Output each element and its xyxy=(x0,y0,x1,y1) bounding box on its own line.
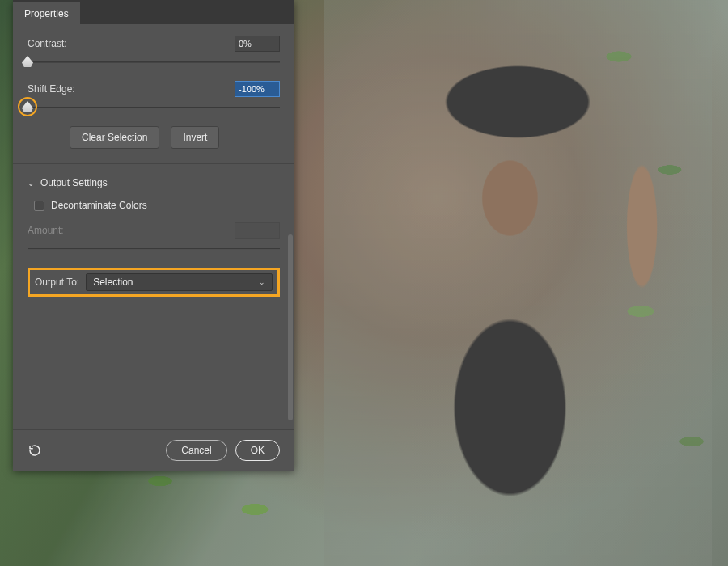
selection-buttons: Clear Selection Invert xyxy=(70,126,280,149)
contrast-label: Contrast: xyxy=(28,38,67,49)
shift-edge-label: Shift Edge: xyxy=(28,83,75,95)
properties-panel: Properties Contrast: Shift Edge: Clear S… xyxy=(13,0,294,471)
contrast-slider[interactable] xyxy=(28,55,280,70)
amount-track xyxy=(28,248,280,250)
output-settings-header[interactable]: ⌄ Output Settings xyxy=(28,177,280,188)
amount-value xyxy=(235,222,280,239)
output-settings-label: Output Settings xyxy=(40,177,108,188)
shift-edge-row: Shift Edge: xyxy=(28,81,280,97)
reset-icon[interactable] xyxy=(28,443,42,458)
decontaminate-label: Decontaminate Colors xyxy=(51,200,147,211)
amount-row: Amount: xyxy=(28,222,280,239)
clear-selection-button[interactable]: Clear Selection xyxy=(70,126,159,149)
output-to-selected: Selection xyxy=(93,277,133,288)
amount-label: Amount: xyxy=(28,225,64,236)
contrast-thumb[interactable] xyxy=(22,56,33,67)
decontaminate-checkbox[interactable] xyxy=(34,201,44,211)
output-to-highlight: Output To: Selection ⌄ xyxy=(28,268,280,297)
panel-tab-bar: Properties xyxy=(13,0,294,24)
output-to-select[interactable]: Selection ⌄ xyxy=(86,273,273,291)
section-divider xyxy=(13,163,294,164)
chevron-down-icon: ⌄ xyxy=(28,179,34,188)
chevron-down-icon: ⌄ xyxy=(259,278,265,286)
shift-edge-slider[interactable] xyxy=(28,100,280,115)
output-to-row: Output To: Selection ⌄ xyxy=(35,273,273,291)
panel-scrollbar[interactable] xyxy=(288,234,293,420)
contrast-row: Contrast: xyxy=(28,36,280,52)
cancel-button[interactable]: Cancel xyxy=(166,440,226,461)
shift-edge-value[interactable] xyxy=(235,81,280,97)
footer-buttons: Cancel OK xyxy=(166,440,280,461)
shift-edge-track xyxy=(28,107,280,108)
output-to-label: Output To: xyxy=(35,277,79,288)
ok-button[interactable]: OK xyxy=(235,440,280,461)
amount-slider xyxy=(28,242,280,256)
decontaminate-row[interactable]: Decontaminate Colors xyxy=(34,200,280,211)
contrast-track xyxy=(28,61,280,63)
panel-body: Contrast: Shift Edge: Clear Selection In… xyxy=(13,24,294,429)
contrast-value[interactable] xyxy=(235,36,280,52)
invert-button[interactable]: Invert xyxy=(171,126,219,149)
tab-properties[interactable]: Properties xyxy=(13,2,80,24)
panel-footer: Cancel OK xyxy=(13,429,294,471)
